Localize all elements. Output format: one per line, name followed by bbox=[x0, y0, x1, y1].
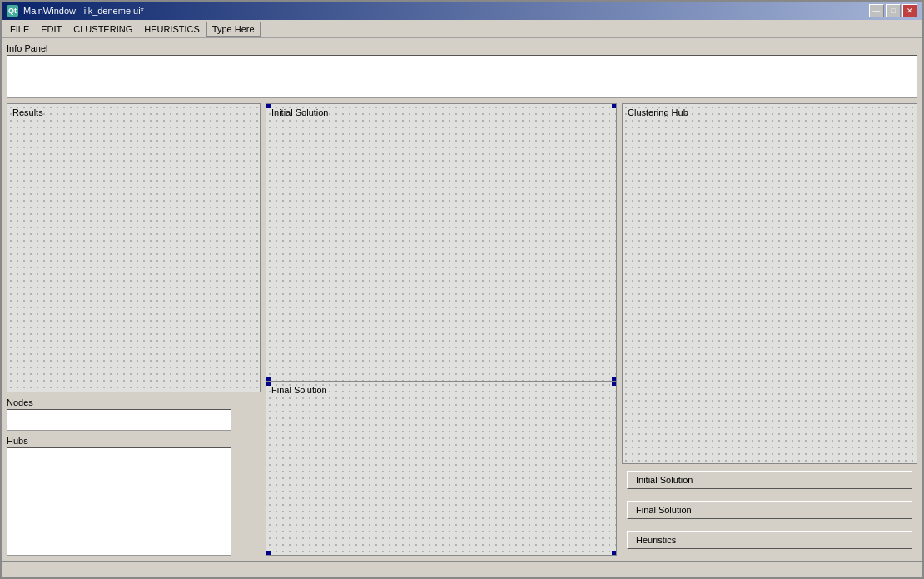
minimize-button[interactable]: — bbox=[869, 4, 884, 17]
app-icon: Qt bbox=[7, 5, 18, 17]
final-solution-title: Final Solution bbox=[271, 385, 327, 395]
corner-dot-fs-bl bbox=[266, 551, 271, 555]
menu-file[interactable]: FILE bbox=[5, 22, 34, 36]
nodes-input[interactable] bbox=[7, 409, 231, 431]
hubs-box[interactable] bbox=[7, 447, 231, 556]
hubs-label: Hubs bbox=[7, 436, 261, 446]
close-button[interactable]: ✕ bbox=[902, 4, 917, 17]
info-panel-section: Info Panel bbox=[7, 43, 917, 98]
corner-dot-fs-br bbox=[612, 551, 616, 555]
corner-dot-fs-tl bbox=[266, 382, 271, 386]
heuristics-button[interactable]: Heuristics bbox=[627, 531, 912, 549]
title-bar-left: Qt MainWindow - ilk_deneme.ui* bbox=[7, 5, 144, 17]
maximize-button[interactable]: □ bbox=[886, 4, 901, 17]
buttons-panel: Initial Solution Final Solution Heuristi… bbox=[622, 464, 917, 556]
menu-heuristics[interactable]: HEURISTICS bbox=[139, 22, 205, 36]
final-solution-panel: Final Solution bbox=[266, 381, 617, 556]
main-window: Qt MainWindow - ilk_deneme.ui* — □ ✕ FIL… bbox=[0, 0, 924, 579]
hubs-section: Hubs bbox=[7, 436, 261, 556]
lower-area: Results Nodes Hubs Initial Solution bbox=[7, 103, 917, 556]
clustering-hub-title: Clustering Hub bbox=[628, 107, 688, 117]
results-panel: Results bbox=[7, 103, 261, 392]
corner-dot-tr bbox=[612, 104, 616, 108]
info-panel-box bbox=[7, 55, 917, 98]
right-column: Clustering Hub Initial Solution Final So… bbox=[622, 103, 917, 556]
window-title: MainWindow - ilk_deneme.ui* bbox=[23, 6, 144, 16]
menu-edit[interactable]: EDIT bbox=[36, 22, 67, 36]
results-title: Results bbox=[12, 107, 43, 117]
menu-clustering[interactable]: CLUSTERING bbox=[68, 22, 137, 36]
left-column: Results Nodes Hubs bbox=[7, 103, 261, 556]
info-panel-label: Info Panel bbox=[7, 43, 917, 53]
main-content: Info Panel Results Nodes Hubs bbox=[2, 38, 922, 561]
menu-type-here[interactable]: Type Here bbox=[206, 22, 261, 37]
corner-dot-fs-tr bbox=[612, 382, 616, 386]
status-bar bbox=[2, 561, 922, 577]
initial-solution-panel: Initial Solution bbox=[266, 103, 617, 381]
corner-dot-tl bbox=[266, 104, 271, 108]
title-bar-buttons: — □ ✕ bbox=[869, 4, 917, 17]
menu-bar: FILE EDIT CLUSTERING HEURISTICS Type Her… bbox=[2, 20, 922, 38]
nodes-label: Nodes bbox=[7, 397, 261, 407]
initial-solution-button[interactable]: Initial Solution bbox=[627, 471, 912, 489]
title-bar: Qt MainWindow - ilk_deneme.ui* — □ ✕ bbox=[2, 2, 922, 20]
nodes-section: Nodes bbox=[7, 397, 261, 431]
initial-solution-title: Initial Solution bbox=[271, 107, 329, 117]
middle-column: Initial Solution Final Solution bbox=[266, 103, 617, 556]
final-solution-button[interactable]: Final Solution bbox=[627, 501, 912, 519]
clustering-hub-panel: Clustering Hub bbox=[622, 103, 917, 464]
